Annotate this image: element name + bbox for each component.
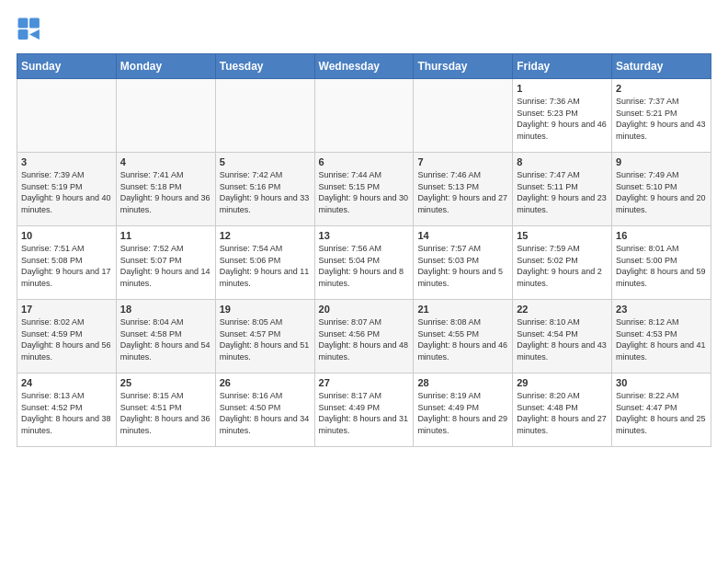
day-number: 3 (21, 156, 112, 167)
weekday-header: Sunday (17, 54, 117, 79)
calendar-cell: 1Sunrise: 7:36 AM Sunset: 5:23 PM Daylig… (513, 79, 612, 153)
header (17, 17, 711, 42)
day-info: Sunrise: 7:54 AM Sunset: 5:06 PM Dayligh… (220, 243, 311, 289)
day-number: 22 (517, 304, 608, 315)
day-number: 10 (21, 230, 112, 241)
day-number: 16 (616, 230, 707, 241)
day-number: 13 (319, 230, 410, 241)
calendar-cell: 26Sunrise: 8:16 AM Sunset: 4:50 PM Dayli… (215, 373, 314, 447)
logo (17, 17, 46, 42)
day-info: Sunrise: 7:57 AM Sunset: 5:03 PM Dayligh… (417, 243, 508, 289)
weekday-header: Thursday (414, 54, 513, 79)
day-info: Sunrise: 8:22 AM Sunset: 4:47 PM Dayligh… (616, 390, 707, 436)
calendar-cell: 7Sunrise: 7:46 AM Sunset: 5:13 PM Daylig… (414, 153, 513, 226)
day-number: 5 (220, 156, 311, 167)
calendar-table: SundayMondayTuesdayWednesdayThursdayFrid… (17, 53, 711, 447)
day-number: 19 (220, 304, 311, 315)
day-number: 18 (120, 304, 211, 315)
svg-marker-3 (29, 29, 40, 40)
day-number: 12 (220, 230, 311, 241)
calendar-cell: 22Sunrise: 8:10 AM Sunset: 4:54 PM Dayli… (513, 300, 612, 373)
day-info: Sunrise: 7:46 AM Sunset: 5:13 PM Dayligh… (417, 169, 508, 215)
day-number: 26 (220, 377, 311, 388)
svg-rect-0 (18, 18, 28, 29)
calendar-week-row: 24Sunrise: 8:13 AM Sunset: 4:52 PM Dayli… (17, 373, 711, 447)
calendar-cell: 16Sunrise: 8:01 AM Sunset: 5:00 PM Dayli… (612, 226, 711, 300)
weekday-header: Wednesday (314, 54, 414, 79)
calendar-cell (215, 79, 314, 153)
day-number: 21 (417, 304, 508, 315)
calendar-cell: 25Sunrise: 8:15 AM Sunset: 4:51 PM Dayli… (116, 373, 215, 447)
calendar-week-row: 10Sunrise: 7:51 AM Sunset: 5:08 PM Dayli… (17, 226, 711, 300)
weekday-header: Tuesday (215, 54, 314, 79)
day-info: Sunrise: 8:05 AM Sunset: 4:57 PM Dayligh… (220, 316, 311, 362)
calendar-week-row: 3Sunrise: 7:39 AM Sunset: 5:19 PM Daylig… (17, 153, 711, 226)
day-info: Sunrise: 8:20 AM Sunset: 4:48 PM Dayligh… (517, 390, 608, 436)
day-info: Sunrise: 7:41 AM Sunset: 5:18 PM Dayligh… (120, 169, 211, 215)
day-number: 8 (517, 156, 608, 167)
logo-icon (17, 17, 42, 42)
day-info: Sunrise: 7:42 AM Sunset: 5:16 PM Dayligh… (220, 169, 311, 215)
calendar-cell: 10Sunrise: 7:51 AM Sunset: 5:08 PM Dayli… (17, 226, 117, 300)
calendar-cell: 15Sunrise: 7:59 AM Sunset: 5:02 PM Dayli… (513, 226, 612, 300)
day-number: 30 (616, 377, 707, 388)
calendar-cell (116, 79, 215, 153)
calendar-cell: 14Sunrise: 7:57 AM Sunset: 5:03 PM Dayli… (414, 226, 513, 300)
day-number: 23 (616, 304, 707, 315)
svg-rect-1 (29, 18, 40, 29)
day-info: Sunrise: 8:08 AM Sunset: 4:55 PM Dayligh… (417, 316, 508, 362)
day-info: Sunrise: 8:04 AM Sunset: 4:58 PM Dayligh… (120, 316, 211, 362)
day-info: Sunrise: 7:51 AM Sunset: 5:08 PM Dayligh… (21, 243, 112, 289)
calendar-cell: 2Sunrise: 7:37 AM Sunset: 5:21 PM Daylig… (612, 79, 711, 153)
day-number: 4 (120, 156, 211, 167)
day-number: 9 (616, 156, 707, 167)
day-info: Sunrise: 7:39 AM Sunset: 5:19 PM Dayligh… (21, 169, 112, 215)
page: SundayMondayTuesdayWednesdayThursdayFrid… (0, 0, 728, 563)
day-number: 11 (120, 230, 211, 241)
day-number: 6 (319, 156, 410, 167)
calendar-cell: 24Sunrise: 8:13 AM Sunset: 4:52 PM Dayli… (17, 373, 117, 447)
day-info: Sunrise: 8:02 AM Sunset: 4:59 PM Dayligh… (21, 316, 112, 362)
day-number: 29 (517, 377, 608, 388)
calendar-cell: 23Sunrise: 8:12 AM Sunset: 4:53 PM Dayli… (612, 300, 711, 373)
day-info: Sunrise: 8:17 AM Sunset: 4:49 PM Dayligh… (319, 390, 410, 436)
day-number: 25 (120, 377, 211, 388)
calendar-cell: 4Sunrise: 7:41 AM Sunset: 5:18 PM Daylig… (116, 153, 215, 226)
calendar-week-row: 1Sunrise: 7:36 AM Sunset: 5:23 PM Daylig… (17, 79, 711, 153)
day-info: Sunrise: 8:12 AM Sunset: 4:53 PM Dayligh… (616, 316, 707, 362)
day-info: Sunrise: 8:07 AM Sunset: 4:56 PM Dayligh… (319, 316, 410, 362)
weekday-header: Friday (513, 54, 612, 79)
day-info: Sunrise: 7:36 AM Sunset: 5:23 PM Dayligh… (517, 96, 608, 142)
calendar-cell: 29Sunrise: 8:20 AM Sunset: 4:48 PM Dayli… (513, 373, 612, 447)
calendar-cell: 11Sunrise: 7:52 AM Sunset: 5:07 PM Dayli… (116, 226, 215, 300)
day-info: Sunrise: 7:59 AM Sunset: 5:02 PM Dayligh… (517, 243, 608, 289)
day-number: 7 (417, 156, 508, 167)
calendar-cell: 28Sunrise: 8:19 AM Sunset: 4:49 PM Dayli… (414, 373, 513, 447)
day-number: 24 (21, 377, 112, 388)
weekday-header: Saturday (612, 54, 711, 79)
calendar-cell: 27Sunrise: 8:17 AM Sunset: 4:49 PM Dayli… (314, 373, 414, 447)
day-number: 28 (417, 377, 508, 388)
day-info: Sunrise: 7:52 AM Sunset: 5:07 PM Dayligh… (120, 243, 211, 289)
calendar-cell: 21Sunrise: 8:08 AM Sunset: 4:55 PM Dayli… (414, 300, 513, 373)
svg-rect-2 (18, 29, 28, 40)
calendar-cell: 3Sunrise: 7:39 AM Sunset: 5:19 PM Daylig… (17, 153, 117, 226)
calendar-cell: 9Sunrise: 7:49 AM Sunset: 5:10 PM Daylig… (612, 153, 711, 226)
day-info: Sunrise: 8:16 AM Sunset: 4:50 PM Dayligh… (220, 390, 311, 436)
calendar-cell: 19Sunrise: 8:05 AM Sunset: 4:57 PM Dayli… (215, 300, 314, 373)
calendar-cell (17, 79, 117, 153)
calendar-cell: 12Sunrise: 7:54 AM Sunset: 5:06 PM Dayli… (215, 226, 314, 300)
weekday-header: Monday (116, 54, 215, 79)
day-info: Sunrise: 8:10 AM Sunset: 4:54 PM Dayligh… (517, 316, 608, 362)
calendar-cell: 13Sunrise: 7:56 AM Sunset: 5:04 PM Dayli… (314, 226, 414, 300)
day-info: Sunrise: 8:19 AM Sunset: 4:49 PM Dayligh… (417, 390, 508, 436)
day-info: Sunrise: 7:49 AM Sunset: 5:10 PM Dayligh… (616, 169, 707, 215)
day-info: Sunrise: 7:56 AM Sunset: 5:04 PM Dayligh… (319, 243, 410, 289)
day-info: Sunrise: 7:37 AM Sunset: 5:21 PM Dayligh… (616, 96, 707, 142)
day-info: Sunrise: 8:01 AM Sunset: 5:00 PM Dayligh… (616, 243, 707, 289)
day-info: Sunrise: 8:15 AM Sunset: 4:51 PM Dayligh… (120, 390, 211, 436)
day-number: 27 (319, 377, 410, 388)
calendar-cell (414, 79, 513, 153)
calendar-cell: 20Sunrise: 8:07 AM Sunset: 4:56 PM Dayli… (314, 300, 414, 373)
calendar-cell: 8Sunrise: 7:47 AM Sunset: 5:11 PM Daylig… (513, 153, 612, 226)
